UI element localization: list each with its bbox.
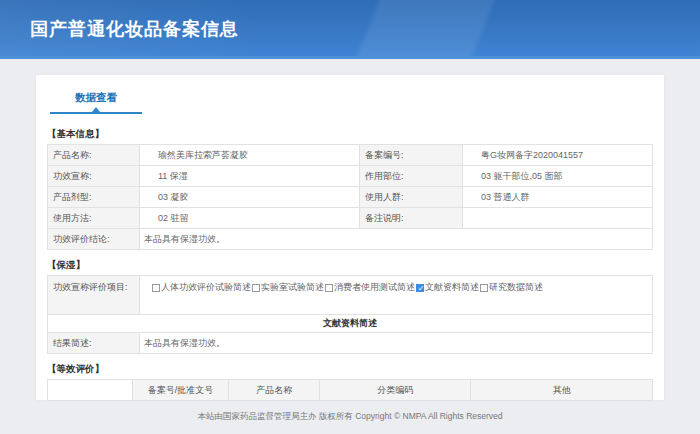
table-row: 文献资料简述 — [48, 315, 653, 333]
tab-bar: 数据查看 — [36, 75, 664, 114]
field-value-remarks — [463, 208, 653, 229]
field-label: 功效宣称: — [48, 166, 140, 187]
checkbox-label: 研究数据简述 — [489, 281, 543, 294]
checkbox-label: 人体功效评价试验简述 — [161, 281, 251, 294]
field-value-result-summary: 本品具有保湿功效。 — [140, 333, 653, 354]
checkbox-option-lab-test[interactable]: 实验室试验简述 — [252, 281, 324, 294]
field-label: 功效评价结论: — [48, 229, 140, 250]
field-label: 使用方法: — [48, 208, 140, 229]
content-card: 数据查看 【基本信息】 产品名称: 瑜然美库拉索芦荟凝胶 备案编号: 粤G妆网备… — [36, 75, 664, 400]
field-label: 产品名称: — [48, 145, 140, 166]
field-label: 作用部位: — [360, 166, 463, 187]
page: 国产普通化妆品备案信息 数据查看 【基本信息】 产品名称: 瑜然美库拉索芦荟凝胶… — [0, 0, 700, 434]
checkbox-option-human-test[interactable]: 人体功效评价试验简述 — [152, 281, 251, 294]
subsection-title-literature-summary: 文献资料简述 — [48, 315, 653, 333]
table-row: 产品名称: 瑜然美库拉索芦荟凝胶 备案编号: 粤G妆网备字2020041557 — [48, 145, 653, 166]
column-header-classification-code: 分类编码 — [320, 380, 471, 401]
checkbox-option-research-data[interactable]: 研究数据简述 — [480, 281, 543, 294]
field-label: 结果简述: — [48, 333, 140, 354]
column-header-registration-no: 备案号/批准文号 — [132, 380, 229, 401]
field-value-dosage-form: 03 凝胶 — [140, 187, 360, 208]
checkbox-option-literature[interactable]: 文献资料简述 — [416, 281, 479, 294]
checkbox-unchecked-icon[interactable] — [252, 284, 260, 292]
checkbox-label: 消费者使用测试简述 — [334, 281, 415, 294]
checkbox-unchecked-icon[interactable] — [325, 284, 333, 292]
evaluation-items-cell: 人体功效评价试验简述实验室试验简述消费者使用测试简述文献资料简述研究数据简述 — [140, 276, 653, 315]
field-label: 备案编号: — [360, 145, 463, 166]
column-header-other: 其他 — [471, 380, 653, 401]
field-label: 备注说明: — [360, 208, 463, 229]
field-value-application-site: 03 躯干部位,05 面部 — [463, 166, 653, 187]
tab-data-view[interactable]: 数据查看 — [50, 91, 142, 114]
field-label: 产品剂型: — [48, 187, 140, 208]
footer-copyright: 本站由国家药品监督管理局主办 版权所有 Copyright © NMPA All… — [0, 411, 700, 423]
column-header-blank — [48, 380, 133, 401]
section-title-moisturizing: 【保湿】 — [47, 259, 653, 272]
table-row: 结果简述: 本品具有保湿功效。 — [48, 333, 653, 354]
table-row: 产品剂型: 03 凝胶 使用人群: 03 普通人群 — [48, 187, 653, 208]
page-title: 国产普通化妆品备案信息 — [30, 17, 700, 41]
field-value-target-users: 03 普通人群 — [463, 187, 653, 208]
page-header: 国产普通化妆品备案信息 — [0, 0, 700, 59]
field-label: 使用人群: — [360, 187, 463, 208]
checkbox-option-consumer-test[interactable]: 消费者使用测试简述 — [325, 281, 415, 294]
field-value-usage-method: 02 驻留 — [140, 208, 360, 229]
column-header-product-name: 产品名称 — [229, 380, 320, 401]
section-title-equivalence: 【等效评价】 — [47, 363, 653, 376]
checkbox-unchecked-icon[interactable] — [480, 284, 488, 292]
moisturizing-table: 功效宣称评价项目: 人体功效评价试验简述实验室试验简述消费者使用测试简述文献资料… — [47, 275, 653, 354]
field-value-product-name: 瑜然美库拉索芦荟凝胶 — [140, 145, 360, 166]
basic-info-table: 产品名称: 瑜然美库拉索芦荟凝胶 备案编号: 粤G妆网备字2020041557 … — [47, 144, 653, 250]
card-content: 【基本信息】 产品名称: 瑜然美库拉索芦荟凝胶 备案编号: 粤G妆网备字2020… — [36, 114, 664, 401]
field-value-efficacy-claim: 11 保湿 — [140, 166, 360, 187]
table-header-row: 备案号/批准文号 产品名称 分类编码 其他 — [48, 380, 653, 401]
section-title-basic-info: 【基本信息】 — [47, 128, 653, 141]
field-label: 功效宣称评价项目: — [48, 276, 140, 315]
checkbox-checked-icon[interactable] — [416, 284, 424, 292]
checkbox-label: 文献资料简述 — [425, 281, 479, 294]
checkbox-label: 实验室试验简述 — [261, 281, 324, 294]
equivalence-table: 备案号/批准文号 产品名称 分类编码 其他 — [47, 379, 653, 401]
table-row: 功效宣称评价项目: 人体功效评价试验简述实验室试验简述消费者使用测试简述文献资料… — [48, 276, 653, 315]
table-row: 功效宣称: 11 保湿 作用部位: 03 躯干部位,05 面部 — [48, 166, 653, 187]
table-row: 功效评价结论: 本品具有保湿功效。 — [48, 229, 653, 250]
field-value-registration-number: 粤G妆网备字2020041557 — [463, 145, 653, 166]
table-row: 使用方法: 02 驻留 备注说明: — [48, 208, 653, 229]
field-value-evaluation-conclusion: 本品具有保湿功效。 — [140, 229, 653, 250]
checkbox-unchecked-icon[interactable] — [152, 284, 160, 292]
